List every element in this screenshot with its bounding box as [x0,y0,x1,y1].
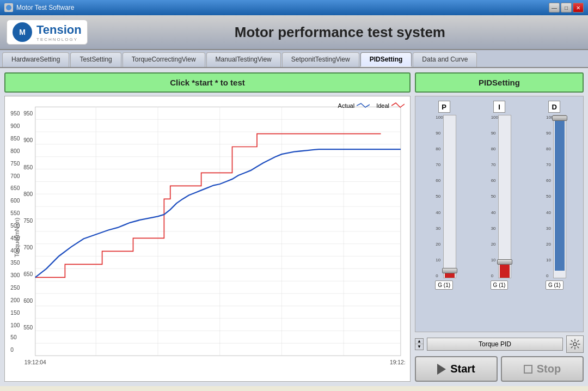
i-g-label: G (1) [491,280,509,290]
torque-pid-controls: ▲ ▼ Torque PID [415,335,584,353]
legend-actual-label: Actual [338,102,355,109]
svg-text:650: 650 [10,185,20,191]
minimize-button[interactable]: — [549,3,560,13]
svg-text:550: 550 [23,325,33,331]
svg-text:0: 0 [10,347,14,353]
tab-pid-setting[interactable]: PIDSetting [360,52,412,67]
torque-pid-spinner[interactable]: ▲ ▼ [415,338,424,350]
svg-text:800: 800 [10,148,20,154]
svg-text:850: 850 [10,136,20,142]
play-icon [437,364,446,375]
svg-text:200: 200 [10,297,20,303]
start-button[interactable]: Start [415,356,498,382]
status-bar: Click *start * to test [4,72,411,93]
svg-text:Time: Time [211,368,225,368]
logo-circle: M [13,22,32,42]
i-slider-handle[interactable] [497,259,512,265]
legend-actual: Actual [338,102,370,109]
pid-sliders-area: P 1009080706050403020100 G (1) [415,96,584,332]
start-stop-row: Start Stop [415,356,584,382]
p-slider-handle[interactable] [442,268,457,273]
p-label: P [438,101,450,113]
d-g-label: G (1) [546,280,564,290]
svg-text:250: 250 [10,285,20,291]
window-title: Motor Test Software [16,4,549,11]
svg-text:600: 600 [23,298,33,304]
header-bar: M Tension TECHNOLOGY Motor performance t… [0,15,588,50]
chart-svg: 950 900 850 800 750 700 650 600 550 950 … [9,101,406,368]
brand-sub: TECHNOLOGY [36,37,82,42]
tab-setpoint-testing[interactable]: SetponitTestingView [282,52,359,67]
svg-text:750: 750 [23,218,33,224]
window-controls: — □ ✕ [549,3,584,13]
svg-text:650: 650 [23,271,33,277]
svg-text:350: 350 [10,260,20,266]
svg-text:900: 900 [10,123,20,129]
main-content: Click *start * to test Actual Ideal [0,68,588,386]
stop-button[interactable]: Stop [501,356,584,382]
stop-label: Stop [537,363,561,375]
svg-text:550: 550 [10,210,20,216]
tab-torque-correcting[interactable]: TorqueCorrectingView [122,52,205,67]
i-label: I [493,101,505,113]
legend-ideal-label: Ideal [376,102,389,109]
svg-text:800: 800 [23,191,33,197]
svg-text:700: 700 [10,173,20,179]
svg-text:50: 50 [10,334,17,340]
p-slider-col: P 1009080706050403020100 G (1) [418,101,470,327]
spin-up-icon[interactable]: ▲ [415,339,423,344]
p-g-label: G (1) [435,280,453,290]
close-button[interactable]: ✕ [573,3,584,13]
svg-text:600: 600 [10,198,20,204]
app-icon [4,3,13,12]
brand-name: Tension [36,23,82,37]
tab-bar: HardwareSetting TestSetting TorqueCorrec… [0,50,588,68]
svg-point-0 [6,5,11,10]
svg-text:19:12:44: 19:12:44 [390,359,406,365]
d-slider-handle[interactable] [552,115,567,121]
svg-text:100: 100 [10,322,20,328]
svg-point-61 [573,343,577,346]
svg-text:750: 750 [10,161,20,167]
right-panel: PIDSetting P 1009080706050403020100 [415,72,584,382]
tab-data-curve[interactable]: Data and Curve [413,52,477,67]
legend-ideal: Ideal [376,102,405,109]
maximize-button[interactable]: □ [561,3,572,13]
start-label: Start [450,363,475,375]
svg-text:850: 850 [23,164,33,170]
i-slider-col: I 1009080706050403020100 G (1) [473,101,525,327]
svg-text:150: 150 [10,310,20,316]
d-slider-col: D 1009080706050403020100 G (1) [528,101,581,327]
logo-text-area: Tension TECHNOLOGY [36,23,82,42]
chart-container: Actual Ideal 950 900 8 [4,96,411,382]
tab-manual-testing[interactable]: ManualTestingView [206,52,281,67]
svg-text:950: 950 [10,111,20,117]
title-bar: Motor Test Software — □ ✕ [0,0,588,15]
spin-down-icon[interactable]: ▼ [415,344,423,350]
chart-legend: Actual Ideal [338,102,405,109]
svg-text:19:12:04: 19:12:04 [24,359,46,365]
svg-text:Torque(mN.m): Torque(mN.m) [14,218,20,258]
svg-text:950: 950 [23,111,33,117]
left-panel: Click *start * to test Actual Ideal [4,72,411,382]
svg-text:900: 900 [23,137,33,143]
tab-test-setting[interactable]: TestSetting [70,52,121,67]
svg-text:M: M [19,28,26,36]
d-label: D [548,101,560,113]
stop-icon [524,365,532,374]
svg-text:700: 700 [23,245,33,251]
header-title: Motor performance test system [99,24,581,41]
tab-hardware-setting[interactable]: HardwareSetting [2,52,69,67]
torque-pid-button[interactable]: Torque PID [427,338,563,351]
settings-gear-button[interactable] [566,335,584,353]
logo-area: M Tension TECHNOLOGY [7,20,88,45]
pid-header: PIDSetting [415,72,584,93]
svg-text:300: 300 [10,272,20,278]
